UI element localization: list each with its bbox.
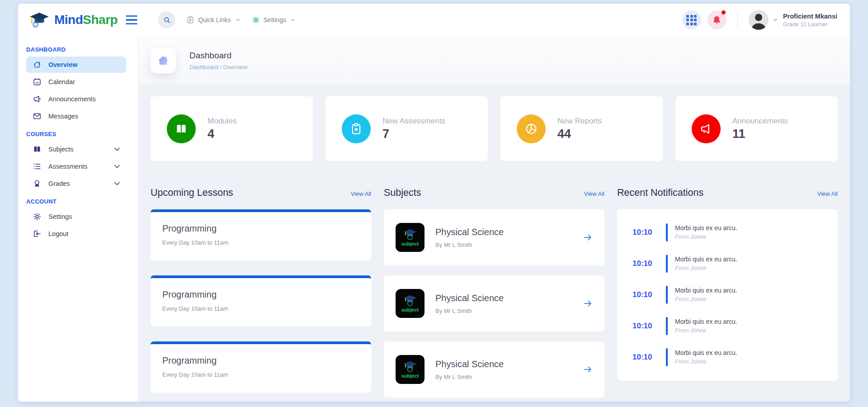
stat-value: 44 (557, 127, 602, 141)
notification-message: Morbi quis ex eu arcu. (675, 224, 737, 232)
stat-value: 7 (382, 127, 445, 141)
user-menu-chevron[interactable] (772, 17, 778, 23)
recent-notifications-section: Recent Notifications View All 10:10 (617, 187, 838, 402)
sidebar-item-announcements[interactable]: Announcements (26, 91, 126, 107)
sidebar-item-grades[interactable]: Grades (26, 175, 126, 192)
view-all-link[interactable]: View All (817, 190, 838, 197)
notification-time: 10:10 (632, 353, 660, 362)
breadcrumb-link[interactable]: Dashboard (189, 64, 218, 71)
apps-grid-button[interactable] (682, 10, 701, 29)
sidebar-item-settings[interactable]: Settings (26, 208, 126, 225)
brand-logo[interactable]: MindSharp (29, 11, 118, 28)
notification-item[interactable]: 10:10 Morbi quis ex eu arcu. From Johne (617, 310, 838, 341)
chevron-down-icon[interactable] (113, 179, 122, 188)
section-header: Recent Notifications View All (617, 187, 838, 200)
stat-value: 4 (208, 127, 236, 141)
subject-text: Physical Science By Mr L Smith (435, 293, 504, 314)
sidebar-item-logout[interactable]: Logout (26, 226, 126, 242)
hamburger-menu-icon[interactable] (126, 15, 137, 25)
subject-text: Physical Science By Mr L Smith (435, 359, 504, 380)
subject-teacher: By Mr L Smith (435, 374, 504, 380)
notification-sender: From Johne (675, 296, 737, 303)
sidebar-item-label: Messages (48, 113, 78, 120)
open-book-icon (175, 122, 188, 136)
dashboard-content: Modules 4 New Assessments 7 (138, 85, 850, 402)
sidebar-item-label: Logout (48, 230, 68, 237)
chevron-down-icon[interactable] (113, 145, 122, 154)
stat-label: New Assessments (382, 117, 445, 126)
notification-text: Morbi quis ex eu arcu. From Johne (675, 287, 737, 303)
gear-icon (33, 212, 42, 221)
pie-chart-icon (524, 122, 538, 136)
stat-card-announcements: Announcements 11 (675, 96, 838, 161)
sidebar-section-dashboard: DASHBOARD (26, 46, 126, 53)
sidebar-item-label: Calendar (48, 78, 75, 85)
breadcrumb: Dashboard / Overview (189, 64, 248, 71)
notification-text: Morbi quis ex eu arcu. From Johne (675, 224, 737, 240)
sidebar-item-overview[interactable]: Overview (26, 57, 126, 73)
svg-text:19: 19 (36, 81, 39, 84)
sidebar-item-subjects[interactable]: Subjects (26, 141, 126, 157)
notification-time: 10:10 (632, 290, 660, 299)
quick-links-menu[interactable]: Quick Links (186, 16, 241, 24)
sidebar-section-courses: COURSES (26, 131, 126, 137)
breadcrumb-current: Overview (223, 64, 247, 71)
notification-text: Morbi quis ex eu arcu. From Johne (675, 349, 737, 365)
arrow-right-icon[interactable] (583, 298, 593, 308)
lesson-title: Programming (162, 355, 359, 366)
gear-icon (252, 16, 260, 24)
chevron-down-icon (772, 17, 778, 23)
subject-card[interactable]: subject Physical Science By Mr L Smith (384, 341, 604, 398)
notification-item[interactable]: 10:10 Morbi quis ex eu arcu. From Johne (617, 341, 838, 373)
arrow-right-icon[interactable] (583, 364, 593, 374)
user-info[interactable]: Proficient Mkansi Grade 12 Learner (783, 13, 837, 28)
arrow-right-icon[interactable] (583, 232, 593, 242)
settings-menu[interactable]: Settings (252, 16, 297, 24)
chevron-down-icon (290, 17, 296, 23)
sidebar-item-messages[interactable]: Messages (26, 108, 126, 124)
user-name: Proficient Mkansi (783, 13, 837, 20)
subject-thumbnail: subject (396, 289, 425, 318)
notification-text: Morbi quis ex eu arcu. From Johne (675, 318, 737, 334)
sidebar-item-label: Settings (48, 213, 72, 220)
view-all-link[interactable]: View All (351, 190, 371, 197)
lesson-title: Programming (162, 223, 359, 234)
calendar-icon: 19 (33, 77, 42, 86)
lesson-schedule: Every Day 10am to 11am (162, 305, 359, 312)
stat-label: Modules (208, 117, 236, 126)
notifications-button[interactable] (708, 10, 726, 29)
stat-card-modules: Modules 4 (151, 96, 313, 161)
subject-card[interactable]: subject Physical Science By Mr L Smith (384, 275, 604, 331)
subject-title: Physical Science (435, 359, 504, 369)
chevron-down-icon[interactable] (113, 162, 122, 171)
lesson-card[interactable]: Programming Every Day 10am to 11am (151, 209, 371, 260)
quick-links-label: Quick Links (198, 16, 231, 24)
subject-title: Physical Science (435, 227, 504, 237)
graduation-cap-icon (402, 228, 418, 241)
view-all-link[interactable]: View All (584, 190, 604, 197)
notification-item[interactable]: 10:10 Morbi quis ex eu arcu. From Johne (617, 279, 838, 310)
lesson-card[interactable]: Programming Every Day 10am to 11am (151, 341, 371, 393)
user-avatar[interactable] (749, 10, 769, 30)
notification-accent-bar (666, 286, 668, 304)
sidebar-item-label: Announcements (48, 95, 96, 103)
notification-message: Morbi quis ex eu arcu. (675, 349, 737, 356)
lesson-card[interactable]: Programming Every Day 10am to 11am (151, 275, 371, 327)
notification-sender: From Johne (675, 233, 737, 240)
notification-item[interactable]: 10:10 Morbi quis ex eu arcu. From Johne (617, 248, 838, 279)
notification-message: Morbi quis ex eu arcu. (675, 256, 737, 263)
search-button[interactable] (158, 11, 175, 28)
lesson-schedule: Every Day 10am to 11am (162, 239, 359, 246)
sidebar-item-assessments[interactable]: Assessments (26, 158, 126, 175)
page-header: Dashboard Dashboard / Overview (138, 36, 850, 85)
graduation-cap-logo-icon (29, 11, 50, 28)
notification-item[interactable]: 10:10 Morbi quis ex eu arcu. From Johne (617, 217, 838, 248)
lesson-title: Programming (162, 289, 359, 300)
graduation-cap-icon (402, 294, 418, 307)
topbar: MindSharp Quick Links Settings (18, 4, 850, 36)
sidebar-item-calendar[interactable]: 19 Calendar (26, 74, 126, 90)
subject-card[interactable]: subject Physical Science By Mr L Smith (384, 209, 604, 265)
sections-row: Upcoming Lessons View All Programming Ev… (151, 187, 838, 402)
section-header: Upcoming Lessons View All (151, 187, 371, 200)
sidebar-section-account: ACCOUNT (26, 198, 126, 205)
